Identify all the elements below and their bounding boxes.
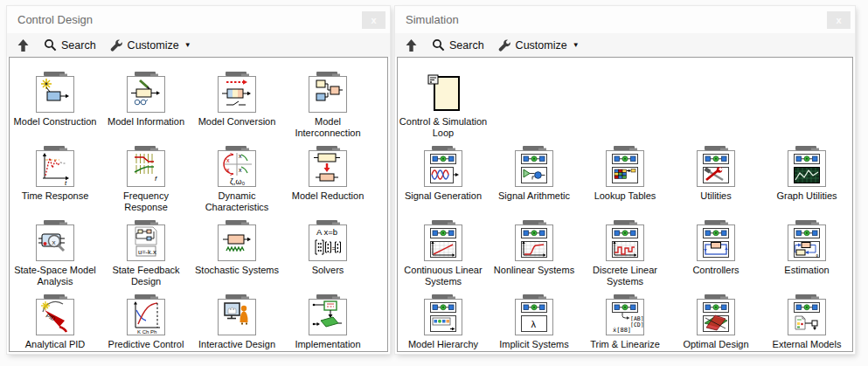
palette-item-label: Time Response	[22, 190, 89, 202]
palette-item-model-reduction[interactable]: Model Reduction	[282, 142, 373, 217]
palette-item-model-interconnection[interactable]: Model Interconnection	[282, 68, 373, 142]
svg-text:x: x	[239, 167, 242, 173]
close-button[interactable]: x	[362, 11, 385, 29]
palette-content: Model Construction Model Information Mod…	[9, 57, 388, 352]
palette-item-state-feedback-design[interactable]: u=-k.x State Feedback Design	[101, 217, 191, 291]
palette-item-label: Model Conversion	[198, 116, 276, 128]
window-title: Control Design	[17, 13, 362, 26]
model-construction-icon	[33, 71, 77, 114]
palette-item-implementation[interactable]: Implementation	[282, 291, 373, 352]
up-arrow-icon	[405, 38, 418, 52]
palette-item-analytical-pid-design[interactable]: PID Analytical PID Design	[10, 291, 101, 352]
nonlinear-systems-icon	[512, 219, 556, 263]
palette-item-label: State-Space Model Analysis	[10, 265, 100, 287]
svg-text:x̂: x̂	[816, 253, 818, 259]
palette-item-label: Model Reduction	[292, 190, 365, 202]
palette-item-label: Stochastic Systems	[195, 265, 279, 276]
search-button[interactable]: Search	[39, 37, 101, 53]
svg-text:=: =	[332, 245, 337, 252]
palette-item-model-construction[interactable]: Model Construction	[10, 68, 101, 142]
svg-text:x: x	[226, 157, 230, 163]
analytical-pid-design-icon: PID	[33, 293, 77, 337]
svg-text:K Ch Ph: K Ch Ph	[137, 329, 156, 335]
up-button[interactable]	[12, 37, 34, 54]
palette-item-label: External Models	[773, 339, 842, 350]
svg-text:x: x	[226, 167, 230, 173]
stochastic-systems-icon	[215, 219, 259, 263]
customize-label: Customize	[516, 39, 567, 52]
frequency-response-icon: f	[124, 145, 168, 189]
svg-text:ζ,ω₀: ζ,ω₀	[230, 177, 245, 186]
time-response-icon: t	[33, 145, 77, 189]
palette-content: Control & Simulation Loop Signal Generat…	[397, 57, 853, 352]
model-information-icon	[124, 71, 168, 114]
palette-item-label: Model Hierarchy	[408, 339, 478, 350]
titlebar[interactable]: Simulation x	[395, 6, 855, 33]
palette-item-lookup-tables[interactable]: Lookup Tables	[580, 142, 670, 217]
palette-item-label: Solvers	[312, 265, 344, 276]
model-hierarchy-icon	[421, 293, 465, 337]
palette-item-predictive-control[interactable]: K Ch Ph Predictive Control	[101, 291, 191, 352]
palette-item-model-information[interactable]: Model Information	[101, 68, 191, 142]
customize-button[interactable]: Customize ▼	[494, 37, 584, 53]
palette-item-label: Estimation	[784, 265, 829, 276]
customize-label: Customize	[128, 39, 179, 52]
up-button[interactable]	[400, 37, 422, 54]
estimation-icon: x̂	[785, 219, 829, 263]
svg-text:x: x	[239, 153, 242, 159]
palette-item-continuous-linear-systems[interactable]: Continuous Linear Systems	[398, 217, 489, 291]
signal-arithmetic-icon	[512, 145, 556, 189]
implicit-systems-icon: λ	[512, 293, 556, 337]
palette-item-signal-arithmetic[interactable]: Signal Arithmetic	[489, 142, 580, 217]
palette-item-label: Model Information	[108, 116, 184, 128]
palette-item-label: Nonlinear Systems	[494, 265, 574, 276]
toolbar: Search Customize ▼	[395, 33, 855, 57]
palette-item-estimation[interactable]: x̂ Estimation	[761, 217, 852, 291]
palette-item-label: State Feedback Design	[101, 265, 191, 287]
palette-item-trim-linearize[interactable]: [AB][CD]ẋ[88] Trim & Linearize	[580, 291, 670, 352]
palette-item-interactive-design[interactable]: Interactive Design	[191, 291, 282, 352]
palette-item-stochastic-systems[interactable]: Stochastic Systems	[191, 217, 282, 291]
palette-item-label: Frequency Response	[101, 190, 191, 213]
interactive-design-icon	[215, 293, 259, 337]
close-button[interactable]: x	[827, 11, 851, 29]
svg-text:[CD]: [CD]	[630, 321, 644, 328]
palette-item-dynamic-characteristics[interactable]: xxxxζ,ω₀ Dynamic Characteristics	[191, 142, 282, 217]
signal-generation-icon	[421, 145, 465, 189]
dropdown-arrow-icon: ▼	[573, 41, 580, 49]
window-title: Simulation	[406, 13, 827, 26]
palette-item-discrete-linear-systems[interactable]: Discrete Linear Systems	[580, 217, 670, 291]
palette-item-control-simulation-loop[interactable]: Control & Simulation Loop	[398, 68, 489, 142]
palette-item-frequency-response[interactable]: f Frequency Response	[101, 142, 191, 217]
palette-item-solvers[interactable]: A x=b= Solvers	[282, 217, 373, 291]
palette-item-controllers[interactable]: Controllers	[670, 217, 761, 291]
predictive-control-icon: K Ch Ph	[124, 293, 168, 337]
customize-button[interactable]: Customize ▼	[106, 37, 196, 53]
palette-item-nonlinear-systems[interactable]: Nonlinear Systems	[489, 217, 580, 291]
palette-item-label: Signal Arithmetic	[498, 190, 570, 202]
palette-item-label: Signal Generation	[405, 190, 482, 202]
svg-text:x: x	[52, 238, 56, 246]
palette-item-graph-utilities[interactable]: Graph Utilities	[761, 142, 852, 217]
search-label: Search	[61, 39, 96, 52]
palette-item-label: Implementation	[295, 339, 360, 350]
continuous-linear-systems-icon	[421, 219, 465, 263]
utilities-icon	[694, 145, 738, 189]
palette-item-label: Model Interconnection	[283, 116, 372, 139]
palette-item-external-models[interactable]: External Models	[761, 291, 852, 352]
palette-item-signal-generation[interactable]: Signal Generation	[398, 142, 489, 217]
palette-item-model-conversion[interactable]: Model Conversion	[191, 68, 282, 142]
solvers-icon: A x=b=	[306, 219, 350, 263]
palette-item-state-space-model-analysis[interactable]: x State-Space Model Analysis	[10, 217, 101, 291]
palette-item-time-response[interactable]: t Time Response	[10, 142, 101, 217]
search-button[interactable]: Search	[427, 37, 489, 53]
palette-item-utilities[interactable]: Utilities	[670, 142, 761, 217]
palette-item-model-hierarchy[interactable]: Model Hierarchy	[398, 291, 489, 352]
model-conversion-icon	[215, 71, 259, 114]
dynamic-characteristics-icon: xxxxζ,ω₀	[215, 145, 259, 189]
titlebar[interactable]: Control Design x	[7, 6, 390, 33]
palette-item-label: Predictive Control	[108, 339, 184, 350]
palette-item-optimal-design[interactable]: Optimal Design	[670, 291, 761, 352]
toolbar: Search Customize ▼	[7, 33, 390, 57]
palette-item-implicit-systems[interactable]: λ Implicit Systems	[489, 291, 580, 352]
